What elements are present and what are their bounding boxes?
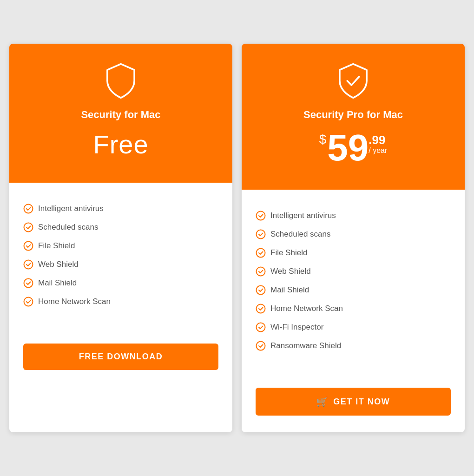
list-item: Web Shield	[23, 255, 218, 274]
list-item: Wi-Fi Inspector	[256, 318, 451, 337]
feature-label: Mail Shield	[38, 278, 77, 288]
pro-plan-header: Security Pro for Mac $ 59 .99 / year	[242, 44, 465, 190]
check-circle-icon	[256, 304, 266, 314]
free-plan-header: Security for Mac Free	[9, 44, 232, 183]
list-item: Scheduled scans	[23, 218, 218, 237]
svg-point-0	[24, 205, 33, 213]
svg-point-1	[24, 223, 33, 232]
svg-point-2	[24, 242, 33, 251]
list-item: File Shield	[256, 244, 451, 262]
check-circle-icon	[23, 204, 33, 214]
check-circle-icon	[23, 297, 33, 307]
check-circle-icon	[256, 266, 266, 277]
list-item: Ransomware Shield	[256, 337, 451, 355]
check-circle-icon	[23, 259, 33, 270]
svg-point-10	[257, 286, 265, 295]
price-cents-year-wrapper: .99 / year	[369, 134, 387, 154]
free-download-button[interactable]: FREE DOWNLOAD	[23, 344, 218, 370]
list-item: Intelligent antivirus	[23, 199, 218, 218]
free-plan-features: Intelligent antivirus Scheduled scans Fi…	[9, 183, 232, 344]
free-plan-card: Security for Mac Free Intelligent antivi…	[9, 44, 232, 432]
list-item: Web Shield	[256, 262, 451, 281]
pro-feature-list: Intelligent antivirus Scheduled scans Fi…	[256, 206, 451, 355]
feature-label: Intelligent antivirus	[270, 211, 336, 220]
price-year: / year	[369, 147, 387, 154]
list-item: Mail Shield	[23, 274, 218, 292]
pricing-cards: Security for Mac Free Intelligent antivi…	[9, 44, 465, 432]
feature-label: Home Network Scan	[38, 297, 111, 306]
pro-plan-card: Security Pro for Mac $ 59 .99 / year Int…	[242, 44, 465, 432]
svg-point-3	[24, 260, 33, 269]
price-dollar-sign: $	[319, 133, 327, 146]
check-circle-icon	[256, 341, 266, 351]
svg-point-13	[257, 342, 265, 350]
svg-point-12	[257, 323, 265, 332]
feature-label: File Shield	[270, 248, 307, 258]
svg-point-11	[257, 304, 265, 313]
check-circle-icon	[256, 211, 266, 221]
svg-point-4	[24, 279, 33, 288]
list-item: File Shield	[23, 237, 218, 255]
cart-icon: 🛒	[316, 396, 329, 407]
pro-plan-price: $ 59 .99 / year	[319, 129, 388, 166]
get-it-now-button[interactable]: 🛒 GET IT NOW	[256, 388, 451, 416]
pro-plan-features: Intelligent antivirus Scheduled scans Fi…	[242, 190, 465, 388]
feature-label: Home Network Scan	[270, 304, 343, 313]
svg-point-8	[257, 249, 265, 258]
price-main-number: 59	[327, 129, 369, 166]
check-circle-icon	[256, 285, 266, 295]
feature-label: Mail Shield	[270, 285, 309, 295]
list-item: Scheduled scans	[256, 225, 451, 244]
shield-checkmark-icon	[335, 62, 372, 99]
shield-icon	[102, 62, 139, 99]
check-circle-icon	[256, 248, 266, 258]
list-item: Mail Shield	[256, 281, 451, 299]
check-circle-icon	[256, 322, 266, 332]
price-cents: .99	[369, 134, 387, 146]
pro-plan-footer: 🛒 GET IT NOW	[242, 388, 465, 432]
free-download-label: FREE DOWNLOAD	[79, 352, 163, 362]
svg-point-5	[24, 298, 33, 306]
feature-label: Ransomware Shield	[270, 341, 341, 350]
check-circle-icon	[256, 229, 266, 239]
list-item: Home Network Scan	[256, 299, 451, 318]
feature-label: Scheduled scans	[270, 230, 330, 239]
check-circle-icon	[23, 241, 33, 251]
list-item: Intelligent antivirus	[256, 206, 451, 225]
feature-label: File Shield	[38, 241, 75, 251]
feature-label: Web Shield	[270, 267, 311, 276]
free-plan-title: Security for Mac	[81, 109, 160, 121]
list-item: Home Network Scan	[23, 292, 218, 311]
feature-label: Web Shield	[38, 260, 79, 269]
check-circle-icon	[23, 222, 33, 232]
feature-label: Intelligent antivirus	[38, 204, 104, 213]
svg-point-7	[257, 230, 265, 239]
pro-plan-title: Security Pro for Mac	[303, 109, 403, 121]
free-feature-list: Intelligent antivirus Scheduled scans Fi…	[23, 199, 218, 311]
svg-point-9	[257, 267, 265, 276]
feature-label: Scheduled scans	[38, 223, 98, 232]
free-plan-footer: FREE DOWNLOAD	[9, 344, 232, 387]
feature-label: Wi-Fi Inspector	[270, 323, 323, 332]
svg-point-6	[257, 212, 265, 220]
free-plan-price: Free	[93, 129, 148, 159]
get-it-now-label: GET IT NOW	[333, 397, 390, 407]
check-circle-icon	[23, 278, 33, 288]
